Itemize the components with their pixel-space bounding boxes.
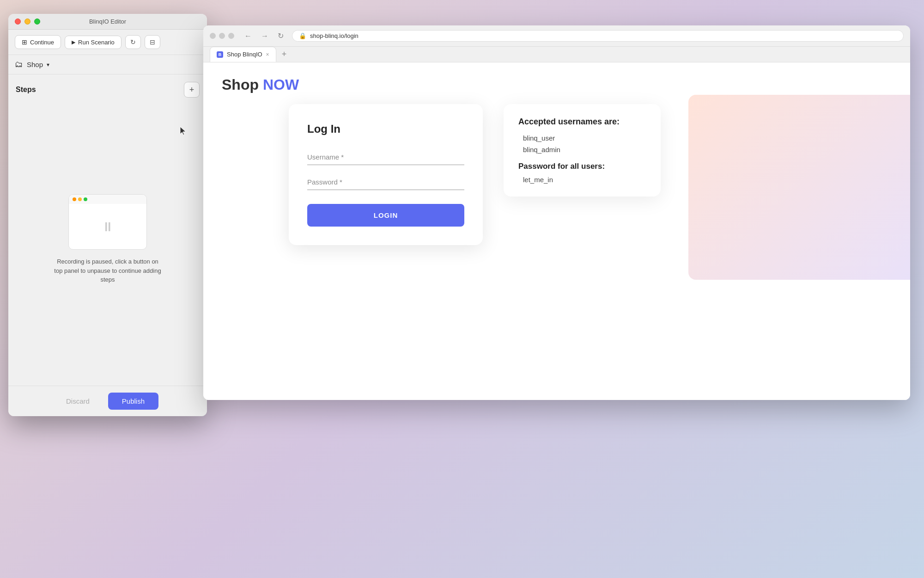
shop-selector: 🗂 Shop ▾ <box>8 55 207 74</box>
forward-button[interactable]: → <box>258 31 271 41</box>
refresh-icon: ↻ <box>130 38 136 46</box>
info-panel: Accepted usernames are: blinq_user blinq… <box>504 104 661 197</box>
password-input[interactable] <box>307 174 464 190</box>
reload-button[interactable]: ↻ <box>275 31 286 41</box>
back-button[interactable]: ← <box>242 31 255 41</box>
continue-button[interactable]: ⊞ Continue <box>15 35 61 49</box>
browser-maximize[interactable] <box>228 33 234 39</box>
preview-card: ⏸ <box>68 194 147 250</box>
steps-header: Steps + <box>16 82 200 98</box>
new-tab-button[interactable]: + <box>278 48 291 61</box>
preview-card-body: ⏸ <box>69 204 146 249</box>
close-button[interactable] <box>15 18 21 25</box>
password-group <box>307 174 464 190</box>
run-scenario-button[interactable]: ▶ Run Scenario <box>65 36 122 49</box>
editor-window: BlinqIO Editor ⊞ Continue ▶ Run Scenario… <box>8 14 207 416</box>
editor-content: Steps + ⏸ Recording is paused, click a b… <box>8 74 207 386</box>
shop-now-highlight: NOW <box>263 76 299 93</box>
login-card: Log In LOGIN <box>289 104 483 245</box>
username-group <box>307 149 464 165</box>
dot-green <box>84 197 87 201</box>
steps-title: Steps <box>16 86 36 94</box>
play-icon: ▶ <box>72 39 75 45</box>
refresh-button[interactable]: ↻ <box>125 35 141 49</box>
address-bar-wrapper: 🔒 <box>292 30 904 42</box>
recording-status-text: Recording is paused, click a button on t… <box>52 257 163 284</box>
login-button[interactable]: LOGIN <box>307 204 464 227</box>
dot-orange <box>73 197 76 201</box>
maximize-button[interactable] <box>34 18 40 25</box>
username-input[interactable] <box>307 149 464 165</box>
layout-button[interactable]: ⊟ <box>145 35 160 49</box>
shop-heading: Shop NOW <box>222 76 892 93</box>
browser-navigation: ← → ↻ <box>242 31 286 41</box>
editor-title: BlinqIO Editor <box>89 18 126 25</box>
plus-icon: + <box>189 85 195 95</box>
editor-titlebar: BlinqIO Editor <box>8 14 207 30</box>
layout-icon: ⊟ <box>150 38 155 46</box>
lock-icon: 🔒 <box>299 32 306 39</box>
browser-titlebar: ← → ↻ 🔒 <box>203 25 910 47</box>
tab-close-button[interactable]: × <box>266 51 269 58</box>
preview-card-header <box>69 195 146 204</box>
editor-toolbar: ⊞ Continue ▶ Run Scenario ↻ ⊟ <box>8 30 207 55</box>
accepted-usernames-title: Accepted usernames are: <box>518 117 646 127</box>
reload-icon: ↻ <box>278 32 284 40</box>
login-title: Log In <box>307 123 464 135</box>
dot-yellow <box>78 197 82 201</box>
back-icon: ← <box>244 32 252 40</box>
username-blinq-admin: blinq_admin <box>518 146 646 154</box>
grid-icon: ⊞ <box>22 38 27 46</box>
tab-favicon: B <box>217 51 223 58</box>
browser-minimize[interactable] <box>219 33 225 39</box>
minimize-button[interactable] <box>24 18 30 25</box>
browser-traffic-lights <box>210 33 234 39</box>
tab-title: Shop BlinqIO <box>227 51 262 58</box>
add-step-button[interactable]: + <box>184 82 200 98</box>
publish-button[interactable]: Publish <box>108 393 158 410</box>
password-value: let_me_in <box>518 176 646 184</box>
browser-window: ← → ↻ 🔒 B Shop BlinqIO × + Shop NOW <box>203 25 910 400</box>
password-title: Password for all users: <box>518 162 646 171</box>
discard-button[interactable]: Discard <box>57 394 99 409</box>
active-tab[interactable]: B Shop BlinqIO × <box>210 47 276 62</box>
shop-selector-button[interactable]: 🗂 Shop ▾ <box>15 60 49 69</box>
forward-icon: → <box>261 32 268 40</box>
tab-bar: B Shop BlinqIO × + <box>203 47 910 62</box>
chevron-down-icon: ▾ <box>47 61 49 68</box>
address-bar[interactable] <box>310 32 897 39</box>
folder-icon: 🗂 <box>15 60 23 69</box>
username-blinq-user: blinq_user <box>518 134 646 142</box>
browser-content: Shop NOW Log In LOGIN Accepted usernames… <box>203 62 910 400</box>
browser-close[interactable] <box>210 33 216 39</box>
editor-footer: Discard Publish <box>8 386 207 416</box>
shop-heading-plain: Shop <box>222 76 263 93</box>
background-decoration <box>688 95 910 280</box>
recording-preview: ⏸ Recording is paused, click a button on… <box>16 105 200 374</box>
pause-icon: ⏸ <box>101 219 114 234</box>
